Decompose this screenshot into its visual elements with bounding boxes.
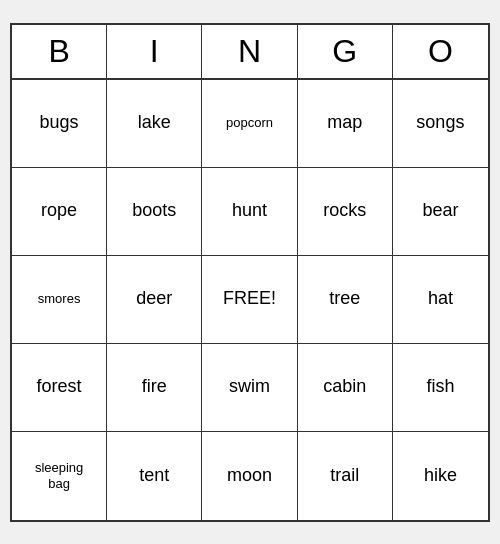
header-letter: N xyxy=(202,25,297,78)
bingo-cell: hike xyxy=(393,432,488,520)
cell-text: forest xyxy=(37,376,82,398)
cell-text: bear xyxy=(422,200,458,222)
bingo-cell: fish xyxy=(393,344,488,432)
cell-text: hunt xyxy=(232,200,267,222)
bingo-cell: bugs xyxy=(12,80,107,168)
cell-text: map xyxy=(327,112,362,134)
bingo-cell: bear xyxy=(393,168,488,256)
bingo-cell: FREE! xyxy=(202,256,297,344)
bingo-cell: map xyxy=(298,80,393,168)
bingo-cell: hat xyxy=(393,256,488,344)
cell-text: bugs xyxy=(40,112,79,134)
header-letter: B xyxy=(12,25,107,78)
bingo-cell: boots xyxy=(107,168,202,256)
header-letter: I xyxy=(107,25,202,78)
cell-text: songs xyxy=(416,112,464,134)
bingo-cell: moon xyxy=(202,432,297,520)
cell-text: fire xyxy=(142,376,167,398)
cell-text: rocks xyxy=(323,200,366,222)
bingo-cell: hunt xyxy=(202,168,297,256)
bingo-cell: popcorn xyxy=(202,80,297,168)
cell-text: hat xyxy=(428,288,453,310)
cell-text: cabin xyxy=(323,376,366,398)
cell-text: swim xyxy=(229,376,270,398)
cell-text: rope xyxy=(41,200,77,222)
cell-text: tree xyxy=(329,288,360,310)
bingo-cell: forest xyxy=(12,344,107,432)
bingo-cell: tree xyxy=(298,256,393,344)
bingo-cell: sleepingbag xyxy=(12,432,107,520)
bingo-card: BINGO bugslakepopcornmapsongsropebootshu… xyxy=(10,23,490,522)
bingo-cell: tent xyxy=(107,432,202,520)
bingo-cell: cabin xyxy=(298,344,393,432)
bingo-cell: rope xyxy=(12,168,107,256)
cell-text: boots xyxy=(132,200,176,222)
cell-text: popcorn xyxy=(226,115,273,131)
bingo-grid: bugslakepopcornmapsongsropebootshuntrock… xyxy=(12,80,488,520)
cell-text: sleepingbag xyxy=(35,460,83,491)
cell-text: deer xyxy=(136,288,172,310)
cell-text: FREE! xyxy=(223,288,276,310)
header-letter: G xyxy=(298,25,393,78)
bingo-cell: rocks xyxy=(298,168,393,256)
bingo-cell: fire xyxy=(107,344,202,432)
cell-text: trail xyxy=(330,465,359,487)
bingo-cell: smores xyxy=(12,256,107,344)
cell-text: lake xyxy=(138,112,171,134)
header-letter: O xyxy=(393,25,488,78)
cell-text: smores xyxy=(38,291,81,307)
cell-text: hike xyxy=(424,465,457,487)
bingo-cell: lake xyxy=(107,80,202,168)
cell-text: fish xyxy=(426,376,454,398)
cell-text: moon xyxy=(227,465,272,487)
bingo-header: BINGO xyxy=(12,25,488,80)
bingo-cell: deer xyxy=(107,256,202,344)
bingo-cell: songs xyxy=(393,80,488,168)
bingo-cell: swim xyxy=(202,344,297,432)
cell-text: tent xyxy=(139,465,169,487)
bingo-cell: trail xyxy=(298,432,393,520)
